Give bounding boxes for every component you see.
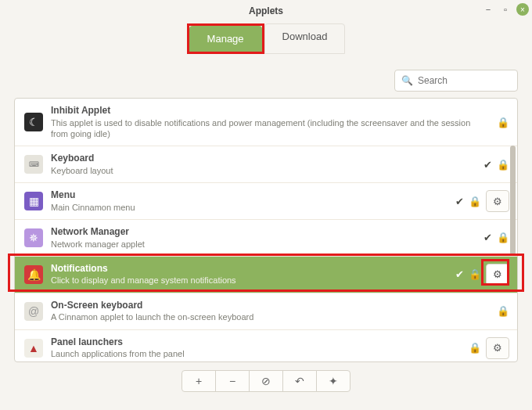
minus-icon: − — [229, 375, 235, 387]
applet-desc: This applet is used to disable notificat… — [51, 117, 489, 140]
lock-icon: 🔒 — [469, 268, 481, 280]
star-icon: ✦ — [329, 375, 338, 387]
check-icon: ✔ — [455, 268, 464, 280]
applet-list[interactable]: ☾ Inhibit Applet This applet is used to … — [14, 98, 518, 362]
delete-button[interactable]: ⊘ — [249, 370, 283, 392]
undo-icon: ↶ — [295, 375, 304, 387]
lock-icon: 🔒 — [497, 305, 509, 317]
delete-icon: ⊘ — [261, 375, 271, 387]
close-button[interactable]: × — [516, 3, 529, 16]
applet-desc: Network manager applet — [51, 239, 476, 250]
gear-icon: ⚙ — [493, 342, 502, 354]
titlebar: Applets − ▫ × — [0, 0, 532, 22]
applet-name: Panel launchers — [51, 336, 461, 349]
list-item[interactable]: ✵ Network Manager Network manager applet… — [15, 220, 517, 257]
check-icon: ✔ — [483, 159, 492, 171]
lock-icon: 🔒 — [497, 117, 509, 128]
keyboard-icon: ⌨ — [24, 155, 43, 174]
window-title: Applets — [249, 5, 283, 16]
search-box[interactable]: 🔍 — [394, 70, 518, 92]
configure-button[interactable]: ⚙ — [486, 190, 509, 212]
applet-name: On-Screen keyboard — [51, 300, 489, 312]
lock-icon: 🔒 — [497, 232, 509, 243]
applet-name: Network Manager — [51, 226, 476, 239]
upgrade-button[interactable]: ✦ — [316, 370, 350, 392]
applet-desc: Click to display and manage system notif… — [51, 275, 448, 286]
bottom-toolbar: + − ⊘ ↶ ✦ — [14, 370, 518, 392]
gear-icon: ⚙ — [493, 196, 502, 207]
check-icon: ✔ — [455, 196, 464, 207]
applet-desc: A Cinnamon applet to launch the on-scree… — [51, 311, 489, 322]
scrollbar[interactable] — [510, 146, 516, 255]
lock-icon: 🔒 — [497, 159, 509, 171]
applet-desc: Keyboard layout — [51, 165, 476, 176]
search-input[interactable] — [418, 75, 532, 86]
plus-icon: + — [196, 375, 202, 387]
list-item[interactable]: ⌨ Keyboard Keyboard layout ✔ 🔒 — [15, 146, 517, 183]
configure-button[interactable]: ⚙ — [486, 337, 509, 359]
list-item-selected[interactable]: 🔔 Notifications Click to display and man… — [15, 257, 517, 293]
undo-button[interactable]: ↶ — [282, 370, 317, 392]
lock-icon: 🔒 — [469, 196, 481, 207]
applet-name: Notifications — [51, 263, 448, 275]
tab-bar: Manage Download — [0, 23, 532, 54]
list-item[interactable]: ▲ Panel launchers Launch applications fr… — [15, 330, 517, 362]
at-icon: @ — [24, 302, 43, 321]
search-icon: 🔍 — [401, 75, 413, 86]
list-item[interactable]: @ On-Screen keyboard A Cinnamon applet t… — [15, 293, 517, 330]
list-item[interactable]: ☾ Inhibit Applet This applet is used to … — [15, 99, 517, 146]
tab-download[interactable]: Download — [264, 23, 346, 54]
applet-name: Inhibit Applet — [51, 105, 489, 117]
check-icon: ✔ — [483, 232, 492, 243]
applet-name: Keyboard — [51, 153, 476, 165]
maximize-button[interactable]: ▫ — [499, 3, 512, 16]
applet-desc: Launch applications from the panel — [51, 348, 461, 359]
tab-manage[interactable]: Manage — [189, 26, 262, 52]
configure-button[interactable]: ⚙ — [486, 264, 509, 286]
window-controls: − ▫ × — [482, 3, 529, 16]
list-item[interactable]: ▦ Menu Main Cinnamon menu ✔ 🔒 ⚙ — [15, 183, 517, 220]
lock-icon: 🔒 — [469, 342, 481, 354]
bell-icon: 🔔 — [24, 265, 43, 284]
applet-desc: Main Cinnamon menu — [51, 202, 448, 213]
add-button[interactable]: + — [182, 370, 216, 392]
remove-button[interactable]: − — [215, 370, 250, 392]
gear-icon: ⚙ — [493, 268, 502, 280]
rocket-icon: ▲ — [24, 339, 43, 358]
content-area: 🔍 ☾ Inhibit Applet This applet is used t… — [0, 54, 532, 392]
moon-icon: ☾ — [24, 113, 43, 131]
minimize-button[interactable]: − — [482, 3, 494, 16]
applet-name: Menu — [51, 189, 448, 202]
network-icon: ✵ — [24, 228, 43, 247]
grid-icon: ▦ — [24, 192, 43, 210]
